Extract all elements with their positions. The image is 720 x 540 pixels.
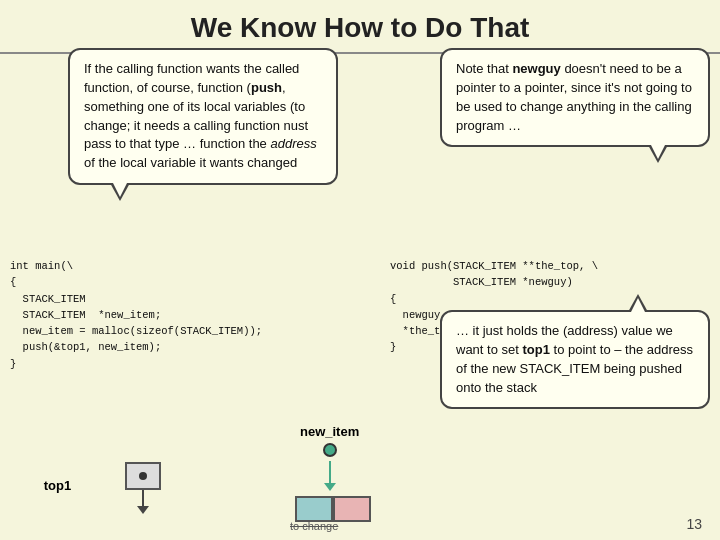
stack-boxes [295,496,371,522]
newitem-dot [323,443,337,457]
diagram-area: top1 [30,462,330,512]
bubble-bottom-text: … it just holds the (address) value we w… [456,323,693,395]
bubble-left: If the calling function wants the called… [68,48,338,185]
top1-label: top1 [30,478,85,493]
to-change-label: to change [290,520,338,532]
newitem-arrow [329,461,331,485]
newitem-container: new_item [300,424,359,485]
top1-pointer-dot [139,472,147,480]
top1-arrow [142,490,144,508]
top1-box-container [125,462,161,508]
code-left: int main(\ { STACK_ITEM STACK_ITEM *new_… [10,258,330,372]
bubble-bottom: … it just holds the (address) value we w… [440,310,710,409]
newitem-label: new_item [300,424,359,439]
top1-pointer-box [125,462,161,490]
page-title: We Know How to Do That [0,0,720,54]
bubble-right-text: Note that newguy doesn't need to be a po… [456,61,692,133]
bubble-left-text: If the calling function wants the called… [84,61,317,170]
page-number: 13 [686,516,702,532]
stack-box-teal [295,496,333,522]
stack-box-pink [333,496,371,522]
code-left-pre: int main(\ { STACK_ITEM STACK_ITEM *new_… [10,258,330,372]
bubble-right: Note that newguy doesn't need to be a po… [440,48,710,147]
top1-row: top1 [30,462,330,508]
